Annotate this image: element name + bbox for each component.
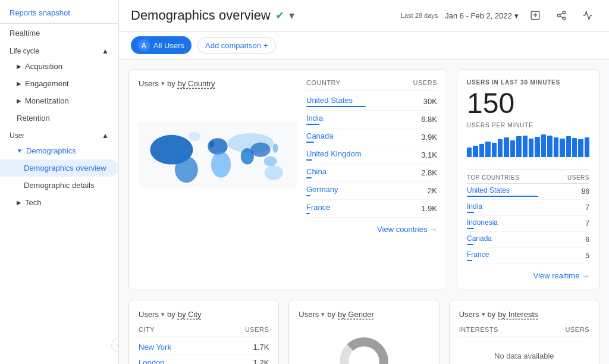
- mini-bar: [492, 143, 497, 157]
- map-dropdown-icon[interactable]: ▾: [161, 80, 165, 87]
- country-name[interactable]: China: [306, 167, 327, 176]
- table-row[interactable]: United Kingdom 3.1K: [306, 146, 437, 164]
- interests-dropdown-icon[interactable]: ▾: [482, 310, 485, 318]
- sidebar-item-label: Retention: [17, 114, 50, 123]
- sidebar-item-tech[interactable]: ▶ Tech: [0, 194, 118, 211]
- world-map-visual: [139, 95, 297, 214]
- world-map-card: Users ▾ by by Country: [128, 69, 447, 290]
- sidebar-item-retention[interactable]: Retention: [0, 109, 118, 127]
- all-users-button[interactable]: A All Users: [131, 36, 192, 54]
- realtime-label: USERS IN LAST 30 MINUTES: [467, 79, 589, 86]
- rt-country-value: 5: [585, 252, 589, 260]
- mini-bar: [541, 134, 546, 157]
- sidebar-realtime[interactable]: Realtime: [0, 24, 118, 42]
- rt-country-value: 6: [585, 236, 589, 244]
- sidebar-item-label: Monetization: [25, 96, 69, 105]
- rt-country-name[interactable]: United States: [467, 186, 538, 194]
- svg-point-16: [265, 165, 283, 180]
- mini-bar: [585, 137, 589, 157]
- rt-country-value: 7: [585, 219, 589, 228]
- insights-button[interactable]: [578, 6, 597, 25]
- sidebar-item-demographics[interactable]: ▼ Demographics: [0, 142, 118, 159]
- share-report-button[interactable]: [526, 6, 545, 25]
- add-comparison-button[interactable]: Add comparison +: [197, 37, 276, 54]
- city-title-city: by City: [178, 310, 202, 319]
- rt-table-row[interactable]: Indonesia 7: [467, 216, 589, 232]
- rt-country-value: 7: [585, 203, 589, 212]
- share-button[interactable]: [552, 6, 571, 25]
- sidebar-subitem-demographic-details[interactable]: Demographic details: [0, 177, 118, 194]
- svg-point-11: [211, 151, 231, 177]
- no-data-message: No data available: [459, 340, 589, 364]
- city-dropdown-icon[interactable]: ▾: [161, 310, 165, 318]
- city-table-row[interactable]: New York 1.7K: [139, 340, 269, 355]
- country-name[interactable]: India: [306, 114, 323, 123]
- rt-users-col: USERS: [567, 174, 589, 181]
- table-row[interactable]: India 6.8K: [306, 111, 437, 128]
- plus-icon: +: [263, 41, 268, 50]
- sidebar-subitem-demographics-overview[interactable]: Demographics overview: [0, 159, 118, 177]
- city-name[interactable]: London: [139, 358, 164, 364]
- collapse-sidebar-button[interactable]: ‹: [111, 338, 119, 352]
- gender-dropdown-icon[interactable]: ▾: [321, 310, 325, 318]
- svg-point-3: [557, 14, 560, 17]
- content-area: Users ▾ by by Country: [119, 59, 609, 364]
- sidebar-item-engagement[interactable]: ▶ Engagement: [0, 75, 118, 92]
- interests-card-title: Users ▾ by by Interests: [459, 310, 589, 319]
- sidebar-item-acquisition[interactable]: ▶ Acquisition: [0, 58, 118, 75]
- sidebar-section-user[interactable]: User ▲: [0, 127, 118, 142]
- topbar-left: Demographics overview ✔ ▾: [131, 8, 294, 23]
- map-title-country: by Country: [178, 79, 215, 88]
- country-value: 30K: [423, 97, 437, 106]
- mini-bar: [467, 148, 472, 157]
- rt-country-name[interactable]: India: [467, 202, 482, 211]
- sidebar-header[interactable]: Reports snapshot: [0, 0, 118, 24]
- users-col-header: USERS: [413, 79, 437, 86]
- city-name[interactable]: New York: [139, 343, 171, 352]
- view-countries-link[interactable]: View countries →: [306, 218, 437, 234]
- sidebar-item-label: Engagement: [25, 79, 69, 88]
- svg-line-6: [560, 13, 563, 15]
- table-row[interactable]: United States 30K: [306, 93, 437, 111]
- table-row[interactable]: France 1.9K: [306, 200, 437, 218]
- sidebar: Reports snapshot Realtime Life cycle ▲ ▶…: [0, 0, 119, 364]
- svg-point-9: [175, 156, 198, 183]
- interests-card: Users ▾ by by Interests INTERESTS USERS …: [449, 300, 599, 364]
- rt-table-row[interactable]: France 5: [467, 248, 589, 264]
- city-card-title: Users ▾ by by City: [139, 310, 269, 319]
- mini-bar: [510, 140, 515, 157]
- mini-bar: [479, 144, 484, 157]
- rt-country-name[interactable]: Indonesia: [467, 218, 498, 227]
- mini-bar: [560, 139, 564, 157]
- rt-country-name[interactable]: Canada: [467, 234, 492, 243]
- country-name[interactable]: United Kingdom: [306, 149, 362, 158]
- country-table-header: COUNTRY USERS: [306, 79, 437, 90]
- date-range-picker[interactable]: Jan 6 - Feb 2, 2022 ▾: [445, 11, 519, 20]
- table-row[interactable]: Canada 3.9K: [306, 128, 437, 146]
- rt-country-name[interactable]: France: [467, 250, 489, 259]
- sidebar-item-monetization[interactable]: ▶ Monetization: [0, 92, 118, 109]
- table-row[interactable]: Germany 2K: [306, 182, 437, 200]
- rt-table-row[interactable]: India 7: [467, 200, 589, 216]
- country-name[interactable]: Canada: [306, 131, 334, 140]
- city-table-row[interactable]: London 1.2K: [139, 355, 269, 364]
- rt-table-row[interactable]: Canada 6: [467, 232, 589, 248]
- gender-title-gender: by Gender: [338, 310, 374, 319]
- country-name[interactable]: United States: [306, 96, 366, 105]
- view-realtime-link[interactable]: View realtime →: [467, 264, 589, 280]
- title-dropdown-button[interactable]: ▾: [289, 9, 294, 22]
- mini-bar: [516, 136, 521, 157]
- country-value: 2.8K: [421, 168, 437, 177]
- mini-bar: [547, 136, 552, 156]
- gender-title-by: by: [327, 310, 335, 319]
- table-row[interactable]: China 2.8K: [306, 164, 437, 182]
- rt-table-row[interactable]: United States 86: [467, 184, 589, 200]
- country-name[interactable]: France: [306, 203, 330, 212]
- country-value: 6.8K: [421, 115, 437, 124]
- country-name[interactable]: Germany: [306, 185, 338, 194]
- svg-point-14: [250, 142, 270, 156]
- svg-point-4: [563, 17, 566, 20]
- sidebar-section-lifecycle-label: Life cycle: [10, 47, 39, 55]
- city-title-by: by: [167, 310, 175, 319]
- sidebar-section-lifecycle[interactable]: Life cycle ▲: [0, 42, 118, 58]
